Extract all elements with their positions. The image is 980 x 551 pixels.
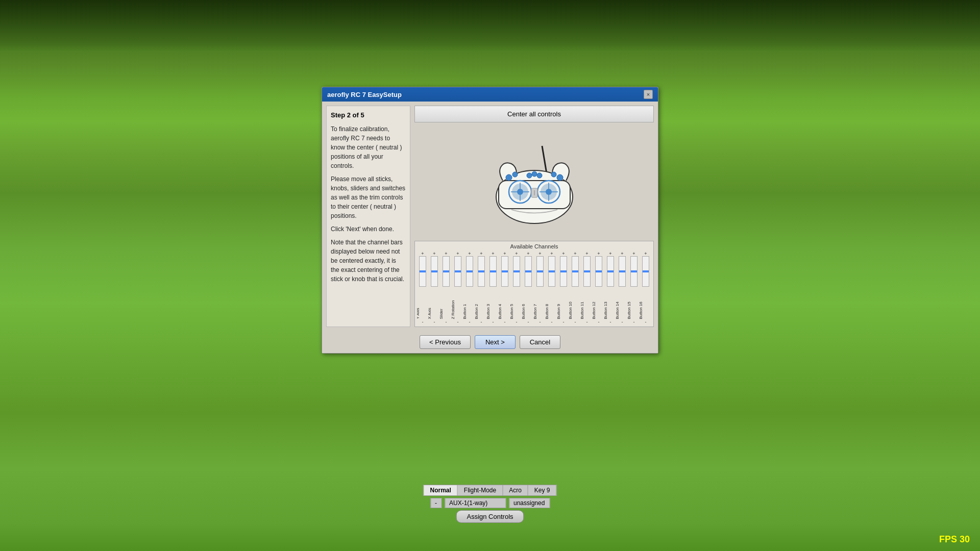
svg-point-14: [512, 172, 518, 177]
channel-col-19: +Button 16-: [640, 252, 651, 324]
easy-setup-dialog: aerofly RC 7 EasySetup × Step 2 of 5 To …: [322, 87, 658, 354]
instruction-2: Please move all sticks, knobs, sliders a…: [331, 174, 406, 220]
aux-unassigned: unassigned: [509, 498, 550, 508]
left-panel: Step 2 of 5 To finalize calibration, aer…: [326, 106, 410, 327]
controller-image: [414, 126, 654, 238]
fps-counter: FPS 30: [939, 534, 970, 545]
tab-flight-mode[interactable]: Flight-Mode: [458, 485, 503, 495]
aux-row: - AUX-1(1-way) unassigned: [430, 498, 550, 508]
previous-button[interactable]: < Previous: [420, 335, 471, 349]
svg-point-12: [546, 189, 552, 195]
instruction-3: Click 'Next' when done.: [331, 224, 406, 234]
instruction-4: Note that the channel bars displayed bel…: [331, 238, 406, 284]
instruction-1: To finalize calibration, aerofly RC 7 ne…: [331, 124, 406, 170]
channels-grid: +Y Axis-+X Axis-+Slider-+Z Rotation-+But…: [417, 252, 651, 324]
channels-title: Available Channels: [417, 243, 651, 249]
next-button[interactable]: Next >: [475, 335, 516, 349]
svg-point-7: [517, 189, 523, 195]
svg-point-16: [551, 172, 556, 177]
dialog-body: Step 2 of 5 To finalize calibration, aer…: [322, 102, 658, 331]
close-button[interactable]: ×: [644, 90, 653, 99]
bottom-bar: Normal Flight-Mode Acro Key 9 - AUX-1(1-…: [423, 485, 556, 523]
svg-point-15: [557, 174, 563, 181]
tab-normal[interactable]: Normal: [424, 485, 457, 495]
svg-point-17: [527, 173, 532, 178]
step-label: Step 2 of 5: [331, 110, 406, 120]
tab-acro[interactable]: Acro: [503, 485, 528, 495]
aux-dash-label: -: [430, 498, 442, 508]
mode-tabs: Normal Flight-Mode Acro Key 9: [423, 485, 556, 496]
right-panel: Center all controls: [414, 106, 654, 327]
dialog-title-bar: aerofly RC 7 EasySetup ×: [322, 87, 658, 102]
tab-key9[interactable]: Key 9: [528, 485, 556, 495]
dialog-footer: < Previous Next > Cancel: [322, 331, 658, 353]
svg-point-19: [537, 173, 542, 178]
aux-select[interactable]: AUX-1(1-way): [445, 498, 506, 508]
center-all-controls-button[interactable]: Center all controls: [414, 106, 654, 122]
cancel-button[interactable]: Cancel: [520, 335, 560, 349]
svg-point-18: [532, 171, 537, 177]
dialog-title: aerofly RC 7 EasySetup: [327, 91, 402, 98]
channels-section: Available Channels +Y Axis-+X Axis-+Slid…: [414, 241, 654, 327]
assign-controls-button[interactable]: Assign Controls: [456, 510, 524, 523]
svg-point-13: [506, 174, 512, 181]
